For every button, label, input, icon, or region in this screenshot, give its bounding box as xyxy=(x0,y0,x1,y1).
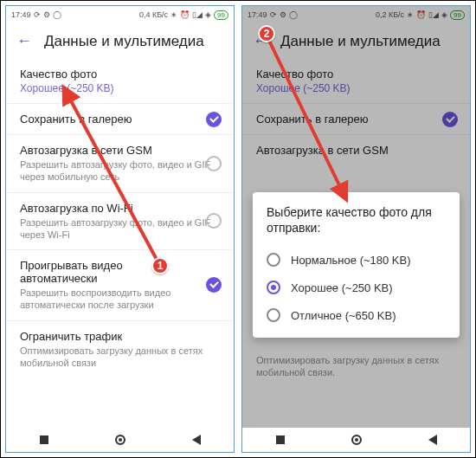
label: Сохранить в галерею xyxy=(20,113,220,126)
gear-icon: ⚙ xyxy=(43,10,50,19)
overview-icon[interactable] xyxy=(40,435,48,444)
subtext: Разрешить автозагрузку фото, видео и GIF… xyxy=(20,158,220,184)
screenshot-right: 17:49 ⟳ ⚙ ◯ 0,2 КБ/с ∗ ⏰ ▯◢ ◈ 99 ← Данны… xyxy=(241,5,471,453)
net-speed: 0,2 КБ/с xyxy=(376,10,404,19)
setting-limit-traffic[interactable]: Ограничить трафик Оптимизировать загрузк… xyxy=(6,321,234,378)
label: Качество фото xyxy=(20,68,220,81)
signal-icon: ▯◢ xyxy=(428,10,439,19)
checkbox-checked-icon[interactable] xyxy=(206,277,222,293)
value: Хорошее (~250 KB) xyxy=(20,82,220,94)
setting-autoplay-video[interactable]: Проигрывать видео автоматически Разрешит… xyxy=(6,250,234,321)
label: Автозагрузка в сети GSM xyxy=(20,144,220,157)
back-icon[interactable]: ← xyxy=(16,32,32,50)
radio-unchecked-icon[interactable] xyxy=(206,213,222,229)
android-navbar xyxy=(242,428,470,452)
label: Ограничить трафик xyxy=(20,330,220,343)
photo-quality-dialog: Выберите качество фото для отправки: Нор… xyxy=(253,192,460,338)
bluetooth-icon: ∗ xyxy=(170,10,177,19)
option-label: Нормальное (~180 KB) xyxy=(291,254,411,267)
setting-limit-traffic-under: Оптимизировать загрузку данных в сетях м… xyxy=(242,344,470,388)
gear-icon: ⚙ xyxy=(280,10,286,19)
alarm-icon: ⏰ xyxy=(416,10,426,19)
home-icon[interactable] xyxy=(351,435,362,445)
radio-unchecked-icon[interactable] xyxy=(206,156,222,171)
label: Сохранить в галерею xyxy=(256,113,456,126)
header-title: Данные и мультимедиа xyxy=(44,33,204,50)
subtext: Оптимизировать загрузку данных в сетях м… xyxy=(256,354,456,379)
option-good[interactable]: Хорошее (~250 KB) xyxy=(267,274,446,301)
battery-indicator: 99 xyxy=(450,10,465,20)
setting-photo-quality[interactable]: Качество фото Хорошее (~250 KB) xyxy=(242,59,470,104)
subtext: Оптимизировать загрузку данных в сетях м… xyxy=(20,345,220,370)
overview-icon[interactable] xyxy=(276,435,285,444)
header: ← Данные и мультимедиа xyxy=(6,23,234,59)
setting-save-to-gallery[interactable]: Сохранить в галерею xyxy=(6,104,234,135)
label: Автозагрузка по Wi-Fi xyxy=(20,202,220,215)
net-speed: 0,4 КБ/с xyxy=(139,10,168,19)
status-bar: 17:49 ⟳ ⚙ ◯ 0,4 КБ/с ∗ ⏰ ▯◢ ◈ 99 xyxy=(6,6,234,23)
back-nav-icon[interactable] xyxy=(428,435,437,445)
setting-save-to-gallery[interactable]: Сохранить в галерею xyxy=(242,104,470,135)
radio-icon[interactable] xyxy=(267,253,280,267)
battery-indicator: 99 xyxy=(214,10,228,20)
screenshot-left: 17:49 ⟳ ⚙ ◯ 0,4 КБ/с ∗ ⏰ ▯◢ ◈ 99 ← Данны… xyxy=(5,5,235,453)
checkbox-checked-icon[interactable] xyxy=(442,112,458,127)
home-icon[interactable] xyxy=(115,435,125,445)
radio-selected-icon[interactable] xyxy=(267,281,280,294)
android-navbar xyxy=(6,428,234,452)
status-bar: 17:49 ⟳ ⚙ ◯ 0,2 КБ/с ∗ ⏰ ▯◢ ◈ 99 xyxy=(242,6,470,23)
value: Хорошее (~250 KB) xyxy=(256,82,456,94)
circle-icon: ◯ xyxy=(53,10,61,19)
option-normal[interactable]: Нормальное (~180 KB) xyxy=(267,246,446,274)
setting-autoload-gsm[interactable]: Автозагрузка в сети GSM Разрешить автоза… xyxy=(6,135,234,193)
wifi-icon: ◈ xyxy=(205,10,211,19)
label: Качество фото xyxy=(256,68,456,81)
status-time: 17:49 xyxy=(248,10,267,19)
annotation-badge-2: 2 xyxy=(258,25,275,42)
setting-autoload-wifi[interactable]: Автозагрузка по Wi-Fi Разрешить автозагр… xyxy=(6,193,234,251)
radio-icon[interactable] xyxy=(267,308,280,322)
back-nav-icon[interactable] xyxy=(192,435,201,445)
setting-photo-quality[interactable]: Качество фото Хорошее (~250 KB) xyxy=(6,59,234,104)
subtext: Разрешить воспроизводить видео автоматич… xyxy=(20,287,220,312)
subtext: Разрешить автозагрузку фото, видео и GIF… xyxy=(20,216,220,242)
dialog-title: Выберите качество фото для отправки: xyxy=(267,204,446,235)
option-label: Хорошее (~250 KB) xyxy=(291,281,393,294)
signal-icon: ▯◢ xyxy=(192,10,203,19)
sync-icon: ⟳ xyxy=(270,10,277,19)
option-excellent[interactable]: Отличное (~650 KB) xyxy=(267,301,446,329)
label: Проигрывать видео автоматически xyxy=(20,259,158,285)
checkbox-checked-icon[interactable] xyxy=(206,112,222,127)
bluetooth-icon: ∗ xyxy=(407,10,414,19)
option-label: Отличное (~650 KB) xyxy=(291,309,396,322)
circle-icon: ◯ xyxy=(289,10,298,19)
header: ← Данные и мультимедиа xyxy=(242,23,470,59)
wifi-icon: ◈ xyxy=(441,10,447,19)
setting-autoload-gsm[interactable]: Автозагрузка в сети GSM xyxy=(242,135,470,165)
annotation-badge-1: 1 xyxy=(151,257,169,274)
header-title: Данные и мультимедиа xyxy=(280,33,441,50)
alarm-icon: ⏰ xyxy=(180,10,190,19)
label: Автозагрузка в сети GSM xyxy=(256,144,456,157)
status-time: 17:49 xyxy=(11,10,31,19)
sync-icon: ⟳ xyxy=(34,10,41,19)
